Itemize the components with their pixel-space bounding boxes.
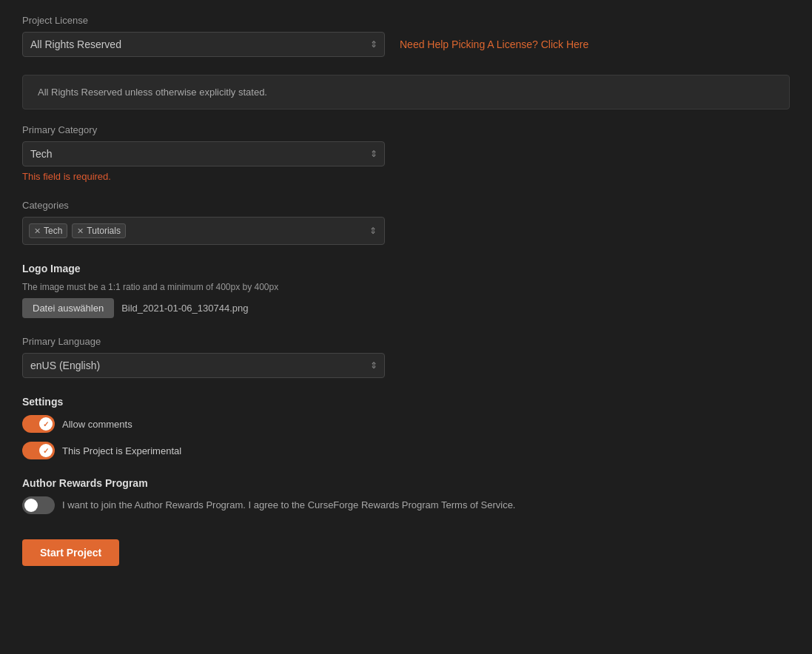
- allow-comments-label: Allow comments: [62, 419, 132, 430]
- file-name-display: Bild_2021-01-06_130744.png: [121, 303, 248, 314]
- experimental-track[interactable]: ✓: [22, 442, 55, 459]
- license-label: Project License: [22, 15, 790, 26]
- author-rewards-label: Author Rewards Program: [22, 477, 790, 489]
- project-license-section: Project License All Rights Reserved Need…: [22, 15, 790, 57]
- license-info-text: All Rights Reserved unless otherwise exp…: [38, 87, 267, 98]
- allow-comments-track[interactable]: ✓: [22, 415, 55, 433]
- primary-category-label: Primary Category: [22, 124, 790, 135]
- experimental-check-icon: ✓: [43, 447, 49, 455]
- logo-image-label: Logo Image: [22, 263, 790, 274]
- logo-image-section: Logo Image The image must be a 1:1 ratio…: [22, 263, 790, 318]
- tag-tech-remove[interactable]: ✕: [34, 226, 41, 236]
- experimental-toggle[interactable]: ✓: [22, 442, 55, 459]
- author-rewards-toggle-label: I want to join the Author Rewards Progra…: [62, 499, 515, 512]
- allow-comments-toggle[interactable]: ✓: [22, 415, 55, 433]
- license-help-link[interactable]: Need Help Picking A License? Click Here: [400, 38, 588, 50]
- settings-section: Settings ✓ Allow comments ✓ This Project…: [22, 396, 790, 459]
- tag-tutorials-label: Tutorials: [87, 226, 121, 236]
- allow-comments-knob: ✓: [39, 417, 53, 431]
- categories-multi-select[interactable]: ✕ Tech ✕ Tutorials: [22, 217, 385, 245]
- license-select[interactable]: All Rights Reserved: [22, 32, 385, 57]
- start-project-button[interactable]: Start Project: [22, 539, 119, 566]
- license-select-container: All Rights Reserved: [22, 32, 385, 57]
- license-info-box: All Rights Reserved unless otherwise exp…: [22, 75, 790, 109]
- file-choose-button[interactable]: Datei auswählen: [22, 298, 114, 318]
- start-project-container: Start Project: [22, 532, 790, 566]
- categories-label: Categories: [22, 200, 790, 211]
- tag-tech[interactable]: ✕ Tech: [29, 223, 67, 238]
- settings-label: Settings: [22, 396, 790, 408]
- primary-language-select[interactable]: enUS (English) deDE (German) frFR (Frenc…: [22, 353, 385, 378]
- author-rewards-knob: [24, 499, 38, 512]
- primary-category-select-container: Tech Art Audio Modpacks: [22, 141, 385, 166]
- experimental-knob: ✓: [39, 444, 53, 457]
- primary-language-select-container: enUS (English) deDE (German) frFR (Frenc…: [22, 353, 385, 378]
- primary-category-section: Primary Category Tech Art Audio Modpacks…: [22, 124, 790, 182]
- allow-comments-row: ✓ Allow comments: [22, 415, 790, 433]
- primary-category-select[interactable]: Tech Art Audio Modpacks: [22, 141, 385, 166]
- author-rewards-track[interactable]: [22, 496, 55, 514]
- author-rewards-row: I want to join the Author Rewards Progra…: [22, 496, 790, 514]
- primary-category-error: This field is required.: [22, 171, 790, 182]
- experimental-row: ✓ This Project is Experimental: [22, 442, 790, 459]
- allow-comments-check-icon: ✓: [43, 420, 49, 428]
- experimental-label: This Project is Experimental: [62, 445, 181, 456]
- tag-tech-label: Tech: [44, 226, 62, 236]
- logo-file-area: Datei auswählen Bild_2021-01-06_130744.p…: [22, 298, 790, 318]
- author-rewards-toggle[interactable]: [22, 496, 55, 514]
- categories-section: Categories ✕ Tech ✕ Tutorials: [22, 200, 790, 245]
- logo-image-description: The image must be a 1:1 ratio and a mini…: [22, 282, 790, 292]
- tag-tutorials-remove[interactable]: ✕: [77, 226, 84, 236]
- primary-language-section: Primary Language enUS (English) deDE (Ge…: [22, 336, 790, 378]
- tag-tutorials[interactable]: ✕ Tutorials: [72, 223, 126, 238]
- author-rewards-section: Author Rewards Program I want to join th…: [22, 477, 790, 514]
- primary-language-label: Primary Language: [22, 336, 790, 347]
